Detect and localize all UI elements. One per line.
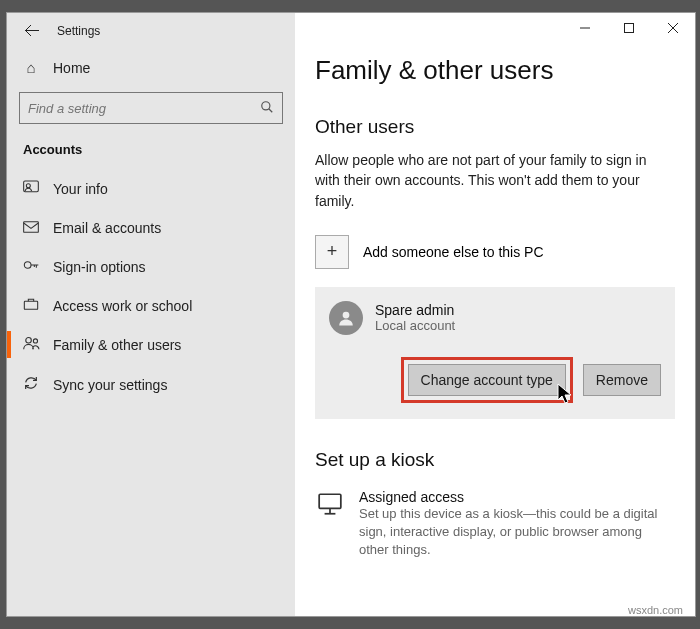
search-icon xyxy=(260,100,274,117)
highlight-box: Change account type xyxy=(401,357,573,403)
kiosk-row[interactable]: Assigned access Set up this device as a … xyxy=(315,471,675,560)
kiosk-title: Assigned access xyxy=(359,489,659,505)
window-title: Settings xyxy=(49,24,100,38)
sidebar-category: Accounts xyxy=(7,124,295,159)
sidebar-item-signin[interactable]: Sign-in options xyxy=(7,247,295,286)
settings-window: 🡠 Settings ⌂ Home Accounts Your info xyxy=(6,12,696,617)
sidebar-home[interactable]: ⌂ Home xyxy=(7,49,295,86)
remove-button[interactable]: Remove xyxy=(583,364,661,396)
svg-rect-14 xyxy=(319,494,341,508)
mail-icon xyxy=(23,219,39,236)
sidebar-item-sync[interactable]: Sync your settings xyxy=(7,364,295,405)
people-icon xyxy=(23,336,39,353)
svg-point-13 xyxy=(343,312,350,319)
plus-icon: + xyxy=(315,235,349,269)
window-controls xyxy=(563,13,695,43)
main-content: Family & other users Other users Allow p… xyxy=(295,13,695,616)
svg-rect-10 xyxy=(625,24,634,33)
sync-icon xyxy=(23,375,39,394)
section-other-users: Other users xyxy=(315,86,675,138)
search-input-container[interactable] xyxy=(19,92,283,124)
add-user-row[interactable]: + Add someone else to this PC xyxy=(315,211,675,269)
sidebar-item-family[interactable]: Family & other users xyxy=(7,325,295,364)
svg-point-5 xyxy=(24,262,31,269)
svg-rect-4 xyxy=(24,222,39,233)
user-subtitle: Local account xyxy=(375,318,455,333)
search-input[interactable] xyxy=(28,101,260,116)
sidebar-item-label: Email & accounts xyxy=(53,220,161,236)
user-name: Spare admin xyxy=(375,302,455,318)
sidebar-nav: Your info Email & accounts Sign-in optio… xyxy=(7,169,295,405)
sidebar-item-label: Access work or school xyxy=(53,298,192,314)
briefcase-icon xyxy=(23,297,39,314)
add-user-label: Add someone else to this PC xyxy=(363,244,544,260)
key-icon xyxy=(23,258,39,275)
person-card-icon xyxy=(23,180,39,197)
back-button[interactable]: 🡠 xyxy=(15,17,49,45)
svg-point-7 xyxy=(26,337,32,343)
sidebar-item-label: Sync your settings xyxy=(53,377,167,393)
svg-point-8 xyxy=(33,339,37,343)
sidebar-item-email[interactable]: Email & accounts xyxy=(7,208,295,247)
maximize-button[interactable] xyxy=(607,13,651,43)
other-users-description: Allow people who are not part of your fa… xyxy=(315,138,655,211)
sidebar-item-your-info[interactable]: Your info xyxy=(7,169,295,208)
watermark: wsxdn.com xyxy=(628,604,683,616)
avatar-icon xyxy=(329,301,363,335)
sidebar-item-work[interactable]: Access work or school xyxy=(7,286,295,325)
sidebar-item-label: Sign-in options xyxy=(53,259,146,275)
svg-point-3 xyxy=(26,184,30,188)
change-account-type-button[interactable]: Change account type xyxy=(408,364,566,396)
section-kiosk: Set up a kiosk xyxy=(315,419,675,471)
home-icon: ⌂ xyxy=(23,59,39,76)
sidebar: 🡠 Settings ⌂ Home Accounts Your info xyxy=(7,13,295,616)
user-card[interactable]: Spare admin Local account Change account… xyxy=(315,287,675,419)
kiosk-subtitle: Set up this device as a kiosk—this could… xyxy=(359,505,659,560)
minimize-button[interactable] xyxy=(563,13,607,43)
sidebar-item-label: Family & other users xyxy=(53,337,181,353)
svg-rect-6 xyxy=(24,301,37,309)
close-button[interactable] xyxy=(651,13,695,43)
svg-point-0 xyxy=(262,101,270,109)
svg-line-1 xyxy=(269,108,273,112)
monitor-icon xyxy=(315,489,345,560)
sidebar-item-label: Your info xyxy=(53,181,108,197)
sidebar-home-label: Home xyxy=(53,60,90,76)
